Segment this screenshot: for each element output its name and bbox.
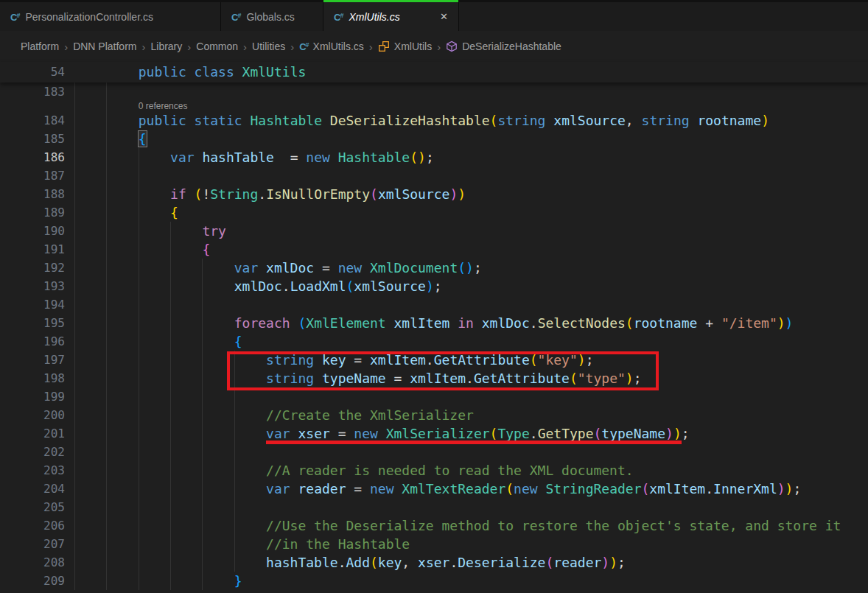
line-number[interactable]: 202	[0, 443, 74, 461]
indent-guide	[106, 369, 107, 387]
code-token: xmlSource	[553, 113, 626, 128]
line-number[interactable]: 195	[0, 314, 74, 332]
line-number[interactable]: 201	[0, 424, 74, 443]
line-number[interactable]: 189	[0, 203, 74, 222]
line-number[interactable]: 199	[0, 387, 74, 406]
code-line-200[interactable]: 200 //Create the XmlSerializer	[0, 406, 868, 424]
code-line-209[interactable]: 209 }	[0, 572, 868, 590]
indent-guide	[139, 443, 139, 461]
line-number[interactable]: 209	[0, 572, 74, 590]
indent-guide	[106, 498, 107, 516]
code-token: string	[642, 113, 690, 128]
line-number[interactable]: 184	[0, 111, 74, 130]
line-number[interactable]: 193	[0, 277, 74, 295]
indent-guide	[234, 480, 235, 498]
code-line-191[interactable]: 191 {	[0, 240, 868, 259]
code-token: )	[458, 186, 466, 202]
line-number[interactable]: 198	[0, 369, 74, 387]
code-content: //in the Hashtable	[74, 535, 868, 553]
code-line-189[interactable]: 189 {	[0, 203, 868, 222]
code-line-207[interactable]: 207 //in the Hashtable	[0, 535, 868, 553]
code-line-206[interactable]: 206 //Use the Deserialize method to rest…	[0, 516, 868, 535]
indent-guide	[170, 572, 171, 590]
line-number[interactable]: 183	[0, 83, 74, 101]
code-token: //in the Hashtable	[266, 536, 410, 552]
code-token: )	[449, 186, 458, 202]
codelens-row[interactable]: 0 references	[0, 101, 868, 111]
line-number[interactable]: 190	[0, 222, 74, 240]
breadcrumb-separator: ›	[290, 41, 294, 53]
line-number[interactable]: 207	[0, 535, 74, 553]
code-token: )	[777, 481, 785, 496]
tab-xmlutils-cs[interactable]: C#XmlUtils.cs✕	[323, 2, 459, 31]
line-number[interactable]: 196	[0, 332, 74, 351]
line-number[interactable]: 194	[0, 295, 74, 314]
breadcrumb-item-xmlutils[interactable]: XmlUtils	[378, 41, 432, 52]
breadcrumb-item-deserializehashtable[interactable]: DeSerializeHashtable	[446, 41, 561, 52]
code-line-195[interactable]: 195 foreach (XmlElement xmlItem in xmlDo…	[0, 314, 868, 332]
sticky-scroll-line[interactable]: 54 public class XmlUtils	[0, 62, 868, 83]
code-line-194[interactable]: 194	[0, 295, 868, 314]
line-number[interactable]: 203	[0, 461, 74, 480]
breadcrumb-separator: ›	[187, 41, 191, 53]
code-line-190[interactable]: 190 try	[0, 222, 868, 240]
tab-personalizationcontroller-cs[interactable]: C#PersonalizationController.cs	[0, 2, 221, 31]
code-line-202[interactable]: 202	[0, 443, 868, 461]
code-line-196[interactable]: 196 {	[0, 332, 868, 351]
line-number[interactable]: 186	[0, 148, 74, 166]
breadcrumb-item-platform[interactable]: Platform	[21, 41, 59, 52]
code-line-201[interactable]: 201 var xser = new XmlSerializer(Type.Ge…	[0, 424, 868, 443]
code-editor[interactable]: 183 0 references184 public static Hashta…	[0, 83, 868, 590]
tab-bar: C#PersonalizationController.csC#Globals.…	[0, 0, 868, 31]
code-line-198[interactable]: 198 string typeName = xmlItem.GetAttribu…	[0, 369, 868, 387]
breadcrumb-item-xmlutils-cs[interactable]: C#XmlUtils.cs	[299, 41, 364, 52]
breadcrumb-item-common[interactable]: Common	[196, 41, 238, 52]
line-number[interactable]: 208	[0, 553, 74, 572]
codelens-references[interactable]: 0 references	[139, 101, 188, 111]
code-token: (	[346, 278, 354, 294]
indent-guide	[139, 166, 139, 185]
code-token	[330, 150, 338, 165]
indent-guide	[106, 277, 107, 295]
breadcrumb-item-library[interactable]: Library	[150, 41, 182, 52]
code-line-197[interactable]: 197 string key = xmlItem.GetAttribute("k…	[0, 351, 868, 369]
line-number[interactable]: 192	[0, 259, 74, 277]
code-line-183[interactable]: 183	[0, 83, 868, 101]
line-number[interactable]: 197	[0, 351, 74, 369]
code-line-193[interactable]: 193 xmlDoc.LoadXml(xmlSource);	[0, 277, 868, 295]
line-number[interactable]: 200	[0, 406, 74, 424]
code-token: )	[673, 426, 682, 441]
line-number[interactable]: 205	[0, 498, 74, 516]
indent-guide	[74, 111, 75, 130]
line-number[interactable]: 204	[0, 480, 74, 498]
line-number[interactable]: 206	[0, 516, 74, 535]
code-line-188[interactable]: 188 if (!String.IsNullOrEmpty(xmlSource)…	[0, 185, 868, 203]
breadcrumb-item-dnn-platform[interactable]: DNN Platform	[73, 41, 136, 52]
breadcrumb-item-utilities[interactable]: Utilities	[252, 41, 285, 52]
indent-guide	[202, 498, 203, 516]
code-token: SelectNodes	[538, 315, 626, 331]
tab-globals-cs[interactable]: C#Globals.cs	[221, 2, 323, 31]
indent-guide	[74, 406, 75, 424]
code-line-192[interactable]: 192 var xmlDoc = new XmlDocument();	[0, 259, 868, 277]
code-line-203[interactable]: 203 //A reader is needed to read the XML…	[0, 461, 868, 480]
code-line-186[interactable]: 186 var hashTable = new Hashtable();	[0, 148, 868, 166]
code-line-204[interactable]: 204 var reader = new XmlTextReader(new S…	[0, 480, 868, 498]
code-line-187[interactable]: 187	[0, 166, 868, 185]
line-number[interactable]: 188	[0, 185, 74, 203]
indent-guide	[139, 516, 139, 535]
csharp-file-icon: C#	[231, 11, 246, 23]
close-icon[interactable]: ✕	[433, 11, 448, 22]
line-number[interactable]: 191	[0, 240, 74, 259]
code-line-185[interactable]: 185 {	[0, 130, 868, 148]
code-line-199[interactable]: 199	[0, 387, 868, 406]
line-number[interactable]: 187	[0, 166, 74, 185]
indent-guide	[106, 148, 107, 166]
code-token: GetAttribute	[434, 352, 530, 368]
code-line-184[interactable]: 184 public static Hashtable DeSerializeH…	[0, 111, 868, 130]
line-number[interactable]: 185	[0, 130, 74, 148]
code-line-205[interactable]: 205	[0, 498, 868, 516]
line-number[interactable]	[0, 101, 74, 111]
indent-guide	[170, 351, 171, 369]
code-line-208[interactable]: 208 hashTable.Add(key, xser.Deserialize(…	[0, 553, 868, 572]
